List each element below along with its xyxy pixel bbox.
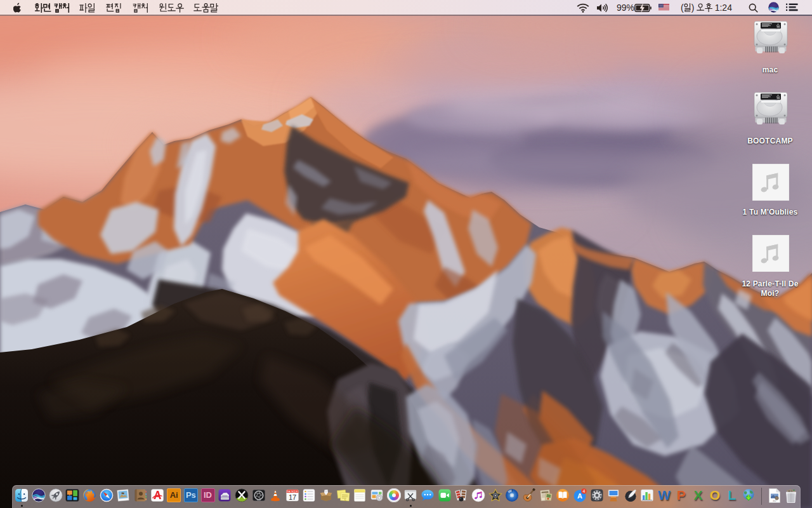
svg-text:17: 17 xyxy=(289,493,296,501)
svg-text:4: 4 xyxy=(582,489,585,493)
svg-text:6월 일요일: 6월 일요일 xyxy=(287,490,298,493)
svg-text:doc: doc xyxy=(773,500,776,502)
svg-text:A: A xyxy=(577,492,582,500)
